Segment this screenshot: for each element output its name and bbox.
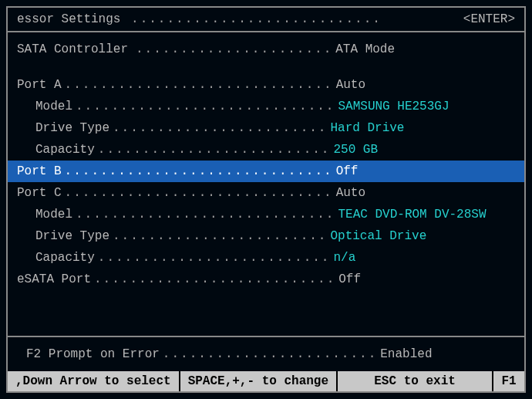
port-row-port-c[interactable]: Port C..............................Auto <box>8 182 524 204</box>
header-row[interactable]: essor Settings .........................… <box>8 8 524 32</box>
main-section: SATA Controller ...................... A… <box>8 32 524 336</box>
port-dots: .............................. <box>62 76 336 94</box>
ports-container: Port A..............................Auto… <box>8 74 524 290</box>
port-label: Port A <box>17 76 62 94</box>
footer-dots: ........................ <box>160 345 380 363</box>
help-select: ,Down Arrow to select <box>8 371 180 391</box>
help-change: SPACE,+,- to change <box>180 371 338 391</box>
port-row-port-a[interactable]: Port A..............................Auto <box>8 74 524 96</box>
prompt-on-error-row[interactable]: F2 Prompt on Error .....................… <box>17 343 515 365</box>
port-detail-row: Model.............................TEAC D… <box>8 204 524 225</box>
port-value: Off <box>336 162 359 181</box>
detail-dots: ............................. <box>72 97 338 116</box>
sata-value: ATA Mode <box>335 40 395 59</box>
port-detail-row: Drive Type........................Hard D… <box>8 117 524 139</box>
detail-value: SAMSUNG HE253GJ <box>338 97 449 116</box>
port-label: Port C <box>17 184 62 202</box>
detail-label: Model <box>17 97 72 116</box>
detail-value: n/a <box>333 249 355 267</box>
header-action: <ENTER> <box>463 12 515 26</box>
footer-value: Enabled <box>380 345 432 363</box>
detail-value: Optical Drive <box>330 227 426 245</box>
footer-section: F2 Prompt on Error .....................… <box>8 336 524 371</box>
detail-label: Drive Type <box>17 119 109 137</box>
header-title: essor Settings <box>17 12 120 26</box>
detail-label: Capacity <box>17 140 95 159</box>
detail-dots: ........................ <box>109 227 330 245</box>
help-f1: F1 <box>493 371 524 391</box>
footer-label: F2 Prompt on Error <box>26 345 160 363</box>
detail-dots: ............................. <box>72 205 338 224</box>
sata-controller-row[interactable]: SATA Controller ...................... A… <box>8 39 524 60</box>
detail-value: Hard Drive <box>330 119 404 137</box>
sata-label: SATA Controller <box>17 40 133 59</box>
help-exit: ESC to exit <box>338 371 493 391</box>
detail-dots: ........................ <box>109 119 330 137</box>
port-row-port-b[interactable]: Port B..............................Off <box>8 161 524 182</box>
help-bar: ,Down Arrow to select SPACE,+,- to chang… <box>8 371 524 391</box>
port-label: Port B <box>17 162 62 181</box>
port-value: Off <box>338 270 361 289</box>
port-dots: .............................. <box>62 162 336 181</box>
port-value: Auto <box>336 184 365 202</box>
detail-label: Model <box>17 205 72 224</box>
detail-dots: .......................... <box>95 249 334 267</box>
port-label: eSATA Port <box>17 270 91 289</box>
detail-value: TEAC DVD-ROM DV-28SW <box>338 205 486 224</box>
sata-dots: ...................... <box>133 40 335 59</box>
port-detail-row: Capacity..........................250 GB <box>8 139 524 161</box>
bios-setup-window: essor Settings .........................… <box>6 6 526 393</box>
port-detail-row: Model.............................SAMSUN… <box>8 96 524 117</box>
detail-label: Capacity <box>17 249 95 267</box>
port-detail-row: Capacity..........................n/a <box>8 247 524 269</box>
detail-label: Drive Type <box>17 227 109 245</box>
port-row-esata-port[interactable]: eSATA Port...........................Off <box>8 269 524 290</box>
detail-dots: .......................... <box>95 140 334 159</box>
port-value: Auto <box>336 76 365 94</box>
port-dots: .............................. <box>62 184 336 202</box>
port-dots: ........................... <box>91 270 338 289</box>
detail-value: 250 GB <box>333 140 378 159</box>
header-dots: ............................ <box>128 12 385 26</box>
port-detail-row: Drive Type........................Optica… <box>8 225 524 247</box>
